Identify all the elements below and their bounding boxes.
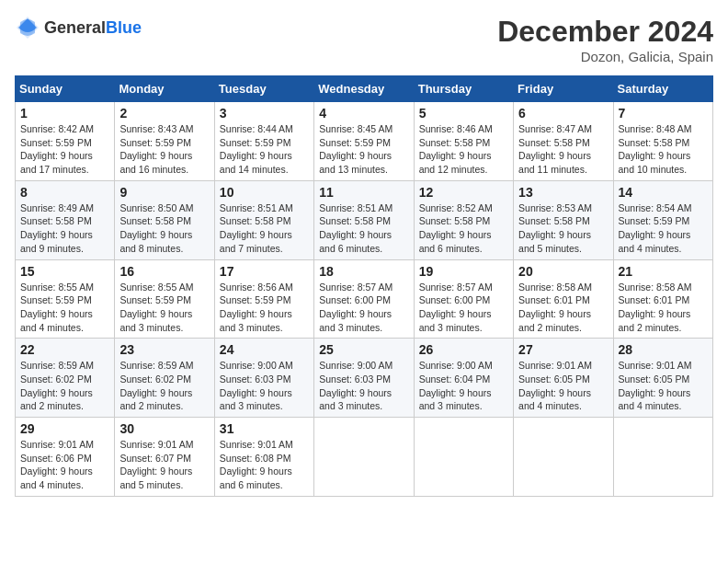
calendar-cell: 13 Sunrise: 8:53 AM Sunset: 5:58 PM Dayl… bbox=[514, 180, 613, 259]
sunrise-label: Sunrise: 9:01 AM bbox=[619, 360, 692, 371]
sunset-label: Sunset: 6:04 PM bbox=[419, 373, 491, 385]
daylight-label: Daylight: 9 hours and 3 minutes. bbox=[220, 308, 292, 333]
day-info: Sunrise: 8:57 AM Sunset: 6:00 PM Dayligh… bbox=[319, 281, 408, 335]
day-info: Sunrise: 9:00 AM Sunset: 6:04 PM Dayligh… bbox=[419, 359, 508, 413]
sunset-label: Sunset: 5:59 PM bbox=[220, 137, 291, 148]
day-number: 20 bbox=[518, 264, 608, 279]
day-number: 1 bbox=[20, 106, 109, 121]
sunrise-label: Sunrise: 8:57 AM bbox=[419, 282, 493, 293]
sunset-label: Sunset: 5:58 PM bbox=[518, 215, 590, 226]
calendar-cell: 18 Sunrise: 8:57 AM Sunset: 6:00 PM Dayl… bbox=[314, 259, 414, 339]
day-info: Sunrise: 8:52 AM Sunset: 5:58 PM Dayligh… bbox=[419, 201, 508, 256]
day-info: Sunrise: 8:55 AM Sunset: 5:59 PM Dayligh… bbox=[119, 281, 209, 335]
day-info: Sunrise: 8:53 AM Sunset: 5:58 PM Dayligh… bbox=[518, 201, 608, 256]
day-info: Sunrise: 9:01 AM Sunset: 6:05 PM Dayligh… bbox=[619, 359, 708, 413]
daylight-label: Daylight: 9 hours and 3 minutes. bbox=[419, 308, 492, 333]
day-number: 25 bbox=[319, 342, 408, 357]
weekday-header-row: SundayMondayTuesdayWednesdayThursdayFrid… bbox=[16, 76, 713, 102]
day-number: 2 bbox=[119, 106, 209, 121]
weekday-header-saturday: Saturday bbox=[613, 76, 712, 102]
day-number: 24 bbox=[220, 342, 309, 357]
day-info: Sunrise: 9:00 AM Sunset: 6:03 PM Dayligh… bbox=[220, 359, 309, 413]
calendar-cell: 26 Sunrise: 9:00 AM Sunset: 6:04 PM Dayl… bbox=[414, 339, 513, 418]
calendar-week-2: 8 Sunrise: 8:49 AM Sunset: 5:58 PM Dayli… bbox=[16, 180, 713, 259]
day-number: 9 bbox=[119, 185, 209, 200]
sunrise-label: Sunrise: 9:00 AM bbox=[419, 360, 493, 371]
day-number: 22 bbox=[20, 342, 109, 357]
day-number: 13 bbox=[518, 185, 608, 200]
calendar-cell: 14 Sunrise: 8:54 AM Sunset: 5:59 PM Dayl… bbox=[613, 180, 712, 259]
calendar-cell: 23 Sunrise: 8:59 AM Sunset: 6:02 PM Dayl… bbox=[115, 339, 214, 418]
daylight-label: Daylight: 9 hours and 7 minutes. bbox=[220, 229, 292, 254]
calendar-cell bbox=[414, 418, 513, 497]
sunrise-label: Sunrise: 8:44 AM bbox=[220, 123, 293, 134]
daylight-label: Daylight: 9 hours and 2 minutes. bbox=[518, 308, 591, 333]
day-info: Sunrise: 8:44 AM Sunset: 5:59 PM Dayligh… bbox=[220, 122, 309, 177]
daylight-label: Daylight: 9 hours and 17 minutes. bbox=[20, 150, 93, 175]
day-number: 26 bbox=[419, 342, 508, 357]
sunset-label: Sunset: 6:05 PM bbox=[619, 373, 690, 385]
sunrise-label: Sunrise: 8:53 AM bbox=[518, 202, 592, 213]
sunrise-label: Sunrise: 8:54 AM bbox=[619, 202, 692, 213]
sunset-label: Sunset: 5:59 PM bbox=[20, 294, 92, 305]
sunrise-label: Sunrise: 9:01 AM bbox=[518, 360, 592, 371]
weekday-header-tuesday: Tuesday bbox=[214, 76, 313, 102]
sunrise-label: Sunrise: 8:55 AM bbox=[119, 282, 193, 293]
day-info: Sunrise: 8:57 AM Sunset: 6:00 PM Dayligh… bbox=[419, 281, 508, 335]
daylight-label: Daylight: 9 hours and 6 minutes. bbox=[319, 229, 392, 254]
sunset-label: Sunset: 6:03 PM bbox=[319, 373, 391, 385]
sunset-label: Sunset: 5:59 PM bbox=[119, 137, 191, 148]
day-info: Sunrise: 8:49 AM Sunset: 5:58 PM Dayligh… bbox=[20, 201, 109, 256]
sunrise-label: Sunrise: 8:49 AM bbox=[20, 202, 94, 213]
day-number: 12 bbox=[419, 185, 508, 200]
calendar-cell: 24 Sunrise: 9:00 AM Sunset: 6:03 PM Dayl… bbox=[214, 339, 313, 418]
calendar-cell: 4 Sunrise: 8:45 AM Sunset: 5:59 PM Dayli… bbox=[314, 102, 414, 181]
calendar-cell bbox=[613, 418, 712, 497]
calendar-cell: 15 Sunrise: 8:55 AM Sunset: 5:59 PM Dayl… bbox=[16, 259, 115, 339]
day-info: Sunrise: 9:01 AM Sunset: 6:05 PM Dayligh… bbox=[518, 359, 608, 413]
sunset-label: Sunset: 5:59 PM bbox=[20, 137, 92, 148]
day-info: Sunrise: 8:59 AM Sunset: 6:02 PM Dayligh… bbox=[20, 359, 109, 413]
calendar-cell bbox=[514, 418, 613, 497]
day-info: Sunrise: 8:50 AM Sunset: 5:58 PM Dayligh… bbox=[119, 201, 209, 256]
day-number: 14 bbox=[619, 185, 708, 200]
daylight-label: Daylight: 9 hours and 8 minutes. bbox=[119, 229, 192, 254]
calendar-cell: 8 Sunrise: 8:49 AM Sunset: 5:58 PM Dayli… bbox=[16, 180, 115, 259]
calendar-cell: 10 Sunrise: 8:51 AM Sunset: 5:58 PM Dayl… bbox=[214, 180, 313, 259]
sunrise-label: Sunrise: 8:58 AM bbox=[518, 282, 592, 293]
sunset-label: Sunset: 6:00 PM bbox=[419, 294, 491, 305]
sunset-label: Sunset: 6:08 PM bbox=[220, 453, 291, 464]
calendar-cell: 20 Sunrise: 8:58 AM Sunset: 6:01 PM Dayl… bbox=[514, 259, 613, 339]
sunrise-label: Sunrise: 8:43 AM bbox=[119, 123, 193, 134]
day-info: Sunrise: 8:48 AM Sunset: 5:58 PM Dayligh… bbox=[619, 122, 708, 177]
sunrise-label: Sunrise: 9:00 AM bbox=[319, 360, 392, 371]
sunset-label: Sunset: 5:58 PM bbox=[619, 137, 690, 148]
calendar-cell: 2 Sunrise: 8:43 AM Sunset: 5:59 PM Dayli… bbox=[115, 102, 214, 181]
daylight-label: Daylight: 9 hours and 2 minutes. bbox=[619, 308, 691, 333]
day-number: 23 bbox=[119, 342, 209, 357]
day-number: 17 bbox=[220, 264, 309, 279]
day-number: 29 bbox=[20, 421, 109, 436]
calendar-cell: 30 Sunrise: 9:01 AM Sunset: 6:07 PM Dayl… bbox=[115, 418, 214, 497]
sunset-label: Sunset: 5:58 PM bbox=[319, 215, 391, 226]
calendar-cell: 28 Sunrise: 9:01 AM Sunset: 6:05 PM Dayl… bbox=[613, 339, 712, 418]
day-info: Sunrise: 8:43 AM Sunset: 5:59 PM Dayligh… bbox=[119, 122, 209, 177]
sunrise-label: Sunrise: 8:50 AM bbox=[119, 202, 193, 213]
calendar-cell: 25 Sunrise: 9:00 AM Sunset: 6:03 PM Dayl… bbox=[314, 339, 414, 418]
calendar-cell: 27 Sunrise: 9:01 AM Sunset: 6:05 PM Dayl… bbox=[514, 339, 613, 418]
calendar-cell bbox=[314, 418, 414, 497]
sunset-label: Sunset: 5:59 PM bbox=[619, 215, 690, 226]
calendar-table: SundayMondayTuesdayWednesdayThursdayFrid… bbox=[15, 75, 713, 497]
sunrise-label: Sunrise: 8:55 AM bbox=[20, 282, 94, 293]
calendar-cell: 9 Sunrise: 8:50 AM Sunset: 5:58 PM Dayli… bbox=[115, 180, 214, 259]
day-number: 11 bbox=[319, 185, 408, 200]
calendar-week-5: 29 Sunrise: 9:01 AM Sunset: 6:06 PM Dayl… bbox=[16, 418, 713, 497]
sunset-label: Sunset: 5:58 PM bbox=[119, 215, 191, 226]
day-info: Sunrise: 8:51 AM Sunset: 5:58 PM Dayligh… bbox=[220, 201, 309, 256]
sunset-label: Sunset: 5:58 PM bbox=[419, 137, 491, 148]
daylight-label: Daylight: 9 hours and 3 minutes. bbox=[319, 387, 392, 412]
daylight-label: Daylight: 9 hours and 16 minutes. bbox=[119, 150, 192, 175]
sunrise-label: Sunrise: 9:00 AM bbox=[220, 360, 293, 371]
sunrise-label: Sunrise: 8:51 AM bbox=[319, 202, 392, 213]
day-number: 27 bbox=[518, 342, 608, 357]
